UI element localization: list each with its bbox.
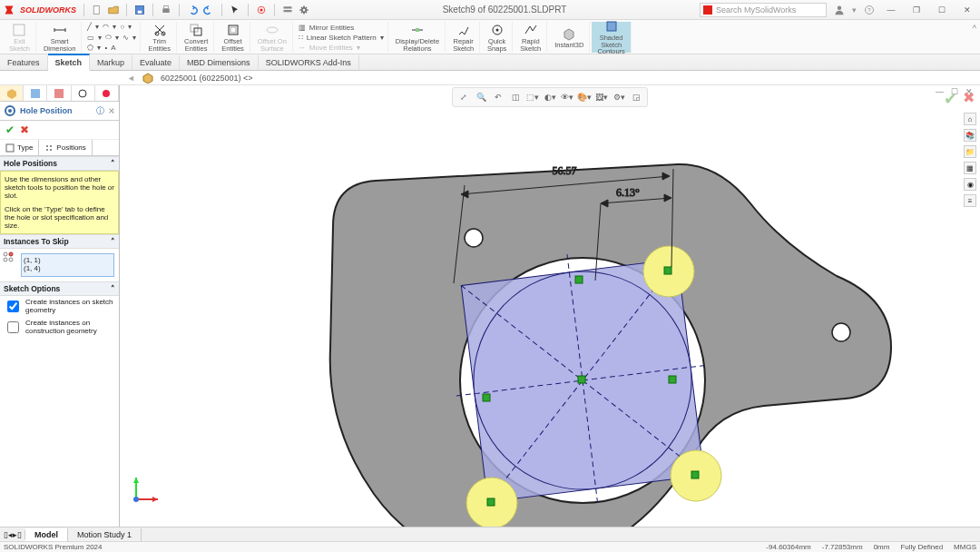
new-icon[interactable] [92,5,103,15]
line-tool-icon[interactable]: ╱ [87,23,92,31]
trim-entities-button[interactable]: Trim Entities [142,22,177,53]
skip-instances-list[interactable]: (1, 1) (1, 4) [21,253,114,277]
svg-point-5 [260,8,263,11]
svg-text:6.13°: 6.13° [616,186,640,199]
linear-pattern-button[interactable]: ∷ Linear Sketch Pattern ▾ [299,34,384,42]
spline-tool-icon[interactable]: ∿ [122,34,129,42]
ribbon: Exit Sketch Smart Dimension ╱▾◠▾○▾ ▭▾⬭▾∿… [0,20,980,54]
smart-dimension-button[interactable]: Smart Dimension [38,22,82,53]
point-tool-icon[interactable]: • [104,44,107,52]
ribbon-tabs: Features Sketch Markup Evaluate MBD Dime… [0,54,980,71]
pm-cancel-button[interactable]: ✖ [20,123,29,136]
status-units[interactable]: MMGS [954,543,976,551]
user-icon[interactable] [834,5,845,15]
offset-entities-button[interactable]: Offset Entities [216,22,250,53]
section-hole-positions[interactable]: Hole Positions˄ [0,156,119,171]
rapid-sketch-button[interactable]: Rapid Sketch [514,22,547,53]
shaded-contours-button[interactable]: Shaded Sketch Contours [592,22,631,53]
convert-entities-button[interactable]: Convert Entities [179,22,214,53]
pm-tab-display-icon[interactable] [47,85,71,101]
btm-tab-scroll-left[interactable]: ▯◂▸▯ [0,530,25,539]
svg-point-23 [495,29,498,32]
display-relations-button[interactable]: Display/Delete Relations [390,22,446,53]
tab-positions[interactable]: Positions [39,140,92,155]
pm-help-icon[interactable]: ⓘ [96,105,104,117]
close-button[interactable]: ✕ [958,5,976,15]
bottom-tabs: ▯◂▸▯ Model Motion Study 1 [0,527,980,541]
svg-rect-8 [284,10,292,12]
title-bar: SOLIDWORKS Sketch9 of 60225001.SLDPRT Se… [0,0,980,20]
minimize-button[interactable]: — [882,5,900,15]
undo-icon[interactable] [187,5,198,15]
svg-point-60 [133,497,139,502]
tree-node-name[interactable]: 60225001 (60225001) <> [161,74,253,83]
svg-text:56.57: 56.57 [553,164,577,177]
svg-point-32 [46,145,48,147]
tab-sketch[interactable]: Sketch [48,54,91,71]
svg-rect-44 [664,267,671,274]
pm-tab-config-icon[interactable] [24,85,47,101]
svg-rect-4 [164,5,169,8]
graphics-viewport[interactable]: — ☐ ✕ ⤢ 🔍 ↶ ◫ ⬚▾ ◐▾ 👁▾ 🎨▾ 🖼▾ ⚙▾ ◲ ✔ ✖ ⌂ … [120,85,980,534]
help-icon[interactable]: ? [864,5,875,15]
document-title: Sketch9 of 60225001.SLDPRT [313,5,696,15]
chk-sketch-geometry[interactable]: Create instances on sketch geometry [0,296,119,317]
pm-ok-button[interactable]: ✔ [5,123,15,136]
arc-tool-icon[interactable]: ◠ [103,23,109,31]
breadcrumb-bar: ◄ 60225001 (60225001) <> [0,71,980,85]
status-y: -7.72853mm [822,543,863,551]
maximize-button[interactable]: ☐ [933,5,951,15]
section-sketch-options[interactable]: Sketch Options˄ [0,281,119,296]
rebuild-icon[interactable] [256,5,267,15]
quick-snaps-button[interactable]: Quick Snaps [482,22,513,53]
print-icon[interactable] [161,5,172,15]
app-name: SOLIDWORKS [20,5,76,15]
pm-tab-appearance-icon[interactable] [95,85,119,101]
instant3d-button[interactable]: Instant3D [549,22,590,53]
polygon-tool-icon[interactable]: ⬠ [87,44,93,52]
pm-tab-property-icon[interactable] [72,85,95,101]
app-logo-icon [4,5,15,15]
small-hole-2 [832,323,850,341]
tab-addins[interactable]: SOLIDWORKS Add-Ins [259,55,359,70]
property-manager: Hole Position ⓘ ⤨ ✔ ✖ Type Positions Hol… [0,85,120,534]
status-x: -94.60364mm [766,543,810,551]
save-icon[interactable] [134,5,145,15]
history-back-icon[interactable]: ◄ [127,74,135,83]
search-field[interactable]: Search MySolidWorks [700,3,827,17]
options-icon[interactable] [282,5,293,15]
slot-tool-icon[interactable]: ⬭ [105,33,112,42]
tab-markup[interactable]: Markup [90,55,132,70]
tab-features[interactable]: Features [0,55,48,70]
svg-rect-45 [691,471,699,478]
svg-point-39 [9,258,13,261]
svg-rect-3 [162,8,170,13]
part-icon [142,73,153,84]
exit-sketch-button[interactable]: Exit Sketch [4,22,36,53]
circle-tool-icon[interactable]: ○ [120,23,124,31]
mirror-entities-button[interactable]: ▥ Mirror Entities [299,24,384,32]
tab-type[interactable]: Type [0,140,39,155]
gear-icon[interactable] [299,5,309,15]
section-instances-skip[interactable]: Instances To Skip˄ [0,234,119,249]
svg-point-35 [50,149,52,151]
select-icon[interactable] [230,5,240,15]
restore-button[interactable]: ❐ [907,5,926,15]
chk-construction-geometry[interactable]: Create instances on construction geometr… [0,317,119,338]
pm-pin-icon[interactable]: ⤨ [108,106,115,115]
svg-rect-26 [54,89,64,98]
pm-tab-feature-icon[interactable] [0,85,24,101]
rect-tool-icon[interactable]: ▭ [87,34,94,42]
tab-mbd[interactable]: MBD Dimensions [180,55,259,70]
offset-on-surface-button: Offset On Surface [252,22,293,53]
svg-point-20 [267,27,278,33]
tab-evaluate[interactable]: Evaluate [132,55,180,70]
view-triad[interactable] [127,472,163,508]
tab-model[interactable]: Model [25,528,68,541]
ribbon-collapse-icon[interactable]: ^ [973,24,976,33]
repair-sketch-button[interactable]: Repair Sketch [447,22,480,53]
redo-icon[interactable] [203,5,214,15]
tab-motion-study[interactable]: Motion Study 1 [68,528,142,541]
open-icon[interactable] [108,5,119,15]
text-tool-icon[interactable]: A [111,44,115,52]
